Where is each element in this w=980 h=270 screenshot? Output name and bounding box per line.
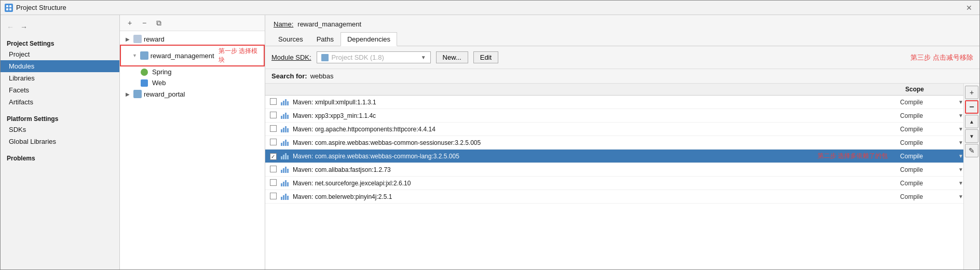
tree-item-reward-management[interactable]: ▼ reward_management 第一步 选择模块: [120, 45, 265, 66]
dep-row-8[interactable]: Maven: com.belerweb:pinyin4j:2.5.1 Compi…: [265, 190, 963, 204]
dep-name-3: Maven: org.apache.httpcomponents:httpcor…: [291, 126, 896, 133]
tabs-row: Sources Paths Dependencies: [265, 32, 979, 46]
dep-row-2[interactable]: Maven: xpp3:xpp3_min:1.1.4c Compile ▼: [265, 109, 963, 123]
sdk-select[interactable]: Project SDK (1.8) ▼: [317, 51, 431, 63]
web-icon: [141, 79, 148, 87]
project-settings-heading: Project Settings: [1, 37, 119, 48]
tree-remove-button[interactable]: −: [139, 17, 150, 29]
dep-scope-1: Compile: [896, 99, 958, 106]
folder-icon-reward: [133, 35, 142, 43]
maven-icon-4: [281, 140, 289, 146]
annotation-step3: 第三步 点击减号移除: [910, 53, 973, 62]
tab-sources[interactable]: Sources: [271, 32, 310, 46]
dep-checkbox-8[interactable]: [270, 193, 277, 199]
tab-dependencies[interactable]: Dependencies: [341, 32, 397, 46]
dep-check-5[interactable]: [265, 152, 281, 160]
dep-header-name: [281, 88, 901, 90]
dep-scope-6: Compile: [896, 166, 958, 173]
tree-item-spring[interactable]: Spring: [120, 66, 265, 77]
maven-icon-6: [281, 167, 289, 173]
dep-check-1[interactable]: [265, 98, 281, 106]
dep-row-6[interactable]: Maven: com.alibaba:fastjson:1.2.73 Compi…: [265, 163, 963, 177]
dep-checkbox-6[interactable]: [270, 166, 277, 172]
dep-up-button[interactable]: ▲: [965, 115, 978, 128]
dep-list: Scope Maven: xmlpull:xmlpull:1.1.3: [265, 84, 963, 269]
tab-paths[interactable]: Paths: [310, 32, 341, 46]
dep-check-2[interactable]: [265, 112, 281, 120]
dep-name-1: Maven: xmlpull:xmlpull:1.1.3.1: [291, 99, 896, 106]
dep-scope-arrow-5: ▼: [958, 153, 963, 159]
dep-checkbox-5[interactable]: [270, 153, 277, 160]
tree-arrow-rm: ▼: [131, 52, 138, 59]
svg-rect-2: [6, 8, 8, 10]
tree-item-reward-portal[interactable]: ▶ reward_portal: [120, 88, 265, 100]
back-button[interactable]: ←: [5, 21, 16, 33]
sidebar-item-project[interactable]: Project: [1, 48, 119, 60]
dep-checkbox-1[interactable]: [270, 98, 277, 105]
svg-rect-1: [9, 5, 11, 7]
dep-checkbox-4[interactable]: [270, 139, 277, 145]
dep-scope-4: Compile: [896, 139, 958, 146]
svg-rect-0: [6, 5, 8, 7]
dep-down-button[interactable]: ▼: [965, 129, 978, 143]
sidebar-item-artifacts[interactable]: Artifacts: [1, 96, 119, 108]
forward-button[interactable]: →: [18, 21, 30, 33]
dep-checkbox-3[interactable]: [270, 125, 277, 132]
dep-scope-arrow-7: ▼: [958, 180, 963, 186]
dep-edit-button[interactable]: ✎: [965, 144, 978, 157]
dep-check-7[interactable]: [265, 179, 281, 187]
sdk-row: Module SDK: Project SDK (1.8) ▼ New... E…: [265, 46, 979, 69]
dep-scope-2: Compile: [896, 112, 958, 119]
tree-arrow-rp: ▶: [124, 90, 131, 98]
sidebar-item-modules[interactable]: Modules: [1, 60, 119, 72]
project-structure-window: Project Structure ✕ ← → Project Settings…: [0, 0, 980, 270]
sdk-dropdown-arrow-icon: ▼: [421, 55, 426, 60]
dep-scope-arrow-1: ▼: [958, 99, 963, 105]
dep-header-scope: Scope: [901, 85, 963, 94]
maven-icon-3: [281, 126, 289, 132]
tree-content: ▶ reward ▼ reward_management 第一步 选择模块 Sp…: [120, 31, 265, 269]
dep-row-5[interactable]: Maven: com.aspire.webbas:webbas-common-l…: [265, 150, 963, 163]
name-value: reward_management: [297, 20, 361, 28]
sidebar-item-facets[interactable]: Facets: [1, 84, 119, 96]
folder-icon-rm: [140, 51, 148, 60]
nav-buttons: ← →: [1, 19, 119, 35]
window-title: Project Structure: [16, 4, 66, 11]
tree-item-reward[interactable]: ▶ reward: [120, 33, 265, 45]
dep-check-4[interactable]: [265, 139, 281, 147]
dep-name-8: Maven: com.belerweb:pinyin4j:2.5.1: [291, 193, 896, 200]
dep-scope-arrow-3: ▼: [958, 126, 963, 132]
dep-checkbox-2[interactable]: [270, 112, 277, 118]
dep-name-5: Maven: com.aspire.webbas:webbas-common-l…: [291, 153, 818, 160]
right-action-buttons: + − ▲ ▼ ✎: [963, 84, 979, 269]
dep-scope-5: Compile: [896, 153, 958, 160]
dep-row-7[interactable]: Maven: net.sourceforge.jexcelapi:jxl:2.6…: [265, 177, 963, 190]
dep-check-8[interactable]: [265, 193, 281, 201]
sdk-label: Module SDK:: [271, 53, 311, 61]
tree-item-web[interactable]: Web: [120, 77, 265, 88]
tree-add-button[interactable]: +: [124, 17, 135, 29]
name-label: Name:: [274, 20, 293, 28]
sidebar-item-libraries[interactable]: Libraries: [1, 72, 119, 84]
dep-scope-3: Compile: [896, 126, 958, 133]
tree-toolbar: + − ⧉: [120, 15, 265, 31]
dep-row-3[interactable]: Maven: org.apache.httpcomponents:httpcor…: [265, 123, 963, 136]
dep-remove-button[interactable]: −: [965, 100, 978, 114]
sdk-folder-icon: [321, 54, 329, 61]
tree-copy-button[interactable]: ⧉: [153, 17, 165, 29]
sdk-new-button[interactable]: New...: [436, 51, 468, 63]
dep-row-4[interactable]: Maven: com.aspire.webbas:webbas-common-s…: [265, 136, 963, 150]
sdk-edit-button[interactable]: Edit: [473, 51, 498, 63]
dep-checkbox-7[interactable]: [270, 179, 277, 186]
dep-check-3[interactable]: [265, 125, 281, 133]
search-for-label: Search for:: [271, 72, 307, 80]
close-button[interactable]: ✕: [963, 3, 975, 13]
dep-row-1[interactable]: Maven: xmlpull:xmlpull:1.1.3.1 Compile ▼: [265, 96, 963, 109]
dep-add-button[interactable]: +: [965, 86, 978, 99]
sidebar-item-global-libraries[interactable]: Global Libraries: [1, 136, 119, 147]
dep-check-6[interactable]: [265, 166, 281, 174]
title-bar-left: Project Structure: [5, 4, 66, 12]
main-content: ← → Project Settings Project Modules Lib…: [1, 15, 979, 269]
sidebar-item-sdks[interactable]: SDKs: [1, 124, 119, 136]
tree-label-rm: reward_management: [151, 52, 214, 60]
